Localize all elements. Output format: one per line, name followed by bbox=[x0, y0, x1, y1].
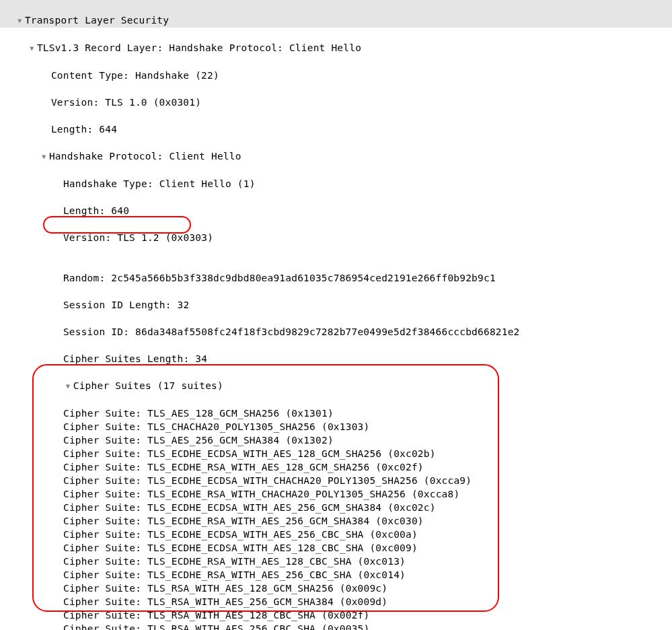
field-label: Session ID Length: 32 bbox=[63, 300, 190, 310]
tree-row-cipher-suite[interactable]: Cipher Suite: TLS_RSA_WITH_AES_256_GCM_S… bbox=[0, 595, 672, 608]
cipher-suites-group: Cipher Suites (17 suites) Cipher Suite: … bbox=[0, 365, 672, 630]
field-label: Cipher Suite: TLS_RSA_WITH_AES_256_GCM_S… bbox=[63, 596, 387, 607]
tree-row-cipher-suite[interactable]: Cipher Suite: TLS_ECDHE_ECDSA_WITH_AES_2… bbox=[0, 528, 672, 541]
field-label: Session ID: 86da348af5508fc24f18f3cbd982… bbox=[63, 326, 520, 337]
field-label: Cipher Suite: TLS_ECDHE_RSA_WITH_AES_128… bbox=[63, 462, 424, 473]
tree-row-cipher-suite[interactable]: Cipher Suite: TLS_RSA_WITH_AES_256_CBC_S… bbox=[0, 622, 672, 630]
field-label: Content Type: Handshake (22) bbox=[51, 70, 219, 81]
field-label: Cipher Suite: TLS_ECDHE_RSA_WITH_AES_128… bbox=[63, 556, 406, 567]
tree-row-cipher-suites[interactable]: Cipher Suites (17 suites) bbox=[0, 365, 672, 407]
tree-row-tls[interactable]: Transport Layer Security bbox=[0, 0, 672, 28]
tree-row-cipher-suite[interactable]: Cipher Suite: TLS_ECDHE_ECDSA_WITH_AES_2… bbox=[0, 501, 672, 514]
field-label: Transport Layer Security bbox=[25, 15, 169, 26]
tree-row-cipher-suite[interactable]: Cipher Suite: TLS_ECDHE_RSA_WITH_AES_128… bbox=[0, 555, 672, 568]
tree-row-cipher-suite[interactable]: Cipher Suite: TLS_ECDHE_RSA_WITH_AES_256… bbox=[0, 568, 672, 582]
tree-row-record-layer[interactable]: TLSv1.3 Record Layer: Handshake Protocol… bbox=[0, 28, 672, 55]
field-label: Handshake Type: Client Hello (1) bbox=[63, 178, 256, 189]
tree-row-session-id[interactable]: Session ID: 86da348af5508fc24f18f3cbd982… bbox=[0, 312, 672, 339]
disclosure-triangle-icon[interactable] bbox=[63, 380, 73, 393]
tree-row-cipher-suite[interactable]: Cipher Suite: TLS_RSA_WITH_AES_128_GCM_S… bbox=[0, 582, 672, 595]
field-label: Cipher Suite: TLS_ECDHE_ECDSA_WITH_AES_2… bbox=[63, 502, 436, 513]
field-label: Cipher Suites Length: 34 bbox=[63, 353, 207, 364]
tree-row-cipher-suite[interactable]: Cipher Suite: TLS_RSA_WITH_AES_128_CBC_S… bbox=[0, 608, 672, 622]
field-label: Length: 644 bbox=[51, 124, 117, 135]
tree-row-cipher-suites-len[interactable]: Cipher Suites Length: 34 bbox=[0, 339, 672, 365]
tree-row-cipher-suite[interactable]: Cipher Suite: TLS_ECDHE_ECDSA_WITH_AES_1… bbox=[0, 447, 672, 460]
tree-row-handshake-version[interactable]: Version: TLS 1.2 (0x0303) bbox=[0, 217, 672, 258]
tree-row-session-id-len[interactable]: Session ID Length: 32 bbox=[0, 285, 672, 312]
tree-row-content-type[interactable]: Content Type: Handshake (22) bbox=[0, 55, 672, 82]
tree-row-handshake-type[interactable]: Handshake Type: Client Hello (1) bbox=[0, 164, 672, 190]
disclosure-triangle-icon[interactable] bbox=[39, 150, 49, 164]
tree-row-cipher-suite[interactable]: Cipher Suite: TLS_ECDHE_RSA_WITH_CHACHA2… bbox=[0, 487, 672, 501]
field-label: Cipher Suite: TLS_ECDHE_ECDSA_WITH_AES_2… bbox=[63, 529, 418, 540]
tree-row-cipher-suite[interactable]: Cipher Suite: TLS_ECDHE_ECDSA_WITH_AES_1… bbox=[0, 541, 672, 555]
packet-details-tree: Transport Layer Security TLSv1.3 Record … bbox=[0, 0, 672, 630]
field-label: Cipher Suite: TLS_RSA_WITH_AES_256_CBC_S… bbox=[63, 623, 369, 630]
field-label: Length: 640 bbox=[63, 205, 129, 216]
field-label: Random: 2c545a566b5b3f338dc9dbd80ea91ad6… bbox=[63, 273, 496, 283]
field-label: Cipher Suite: TLS_AES_128_GCM_SHA256 (0x… bbox=[63, 408, 334, 419]
tree-row-cipher-suite[interactable]: Cipher Suite: TLS_AES_256_GCM_SHA384 (0x… bbox=[0, 433, 672, 447]
field-label: Handshake Protocol: Client Hello bbox=[49, 151, 241, 162]
field-label: Version: TLS 1.0 (0x0301) bbox=[51, 97, 201, 108]
disclosure-triangle-icon[interactable] bbox=[15, 14, 25, 28]
field-label: Cipher Suite: TLS_ECDHE_RSA_WITH_AES_256… bbox=[63, 569, 406, 580]
field-label: Cipher Suite: TLS_ECDHE_ECDSA_WITH_CHACH… bbox=[63, 475, 472, 486]
tree-row-cipher-suite[interactable]: Cipher Suite: TLS_ECDHE_RSA_WITH_AES_256… bbox=[0, 514, 672, 528]
highlight-annotation bbox=[43, 216, 191, 234]
field-label: Cipher Suite: TLS_RSA_WITH_AES_128_GCM_S… bbox=[63, 583, 387, 594]
tree-row-random[interactable]: Random: 2c545a566b5b3f338dc9dbd80ea91ad6… bbox=[0, 258, 672, 285]
field-label: Version: TLS 1.2 (0x0303) bbox=[63, 232, 213, 243]
disclosure-triangle-icon[interactable] bbox=[27, 42, 37, 55]
field-label: Cipher Suite: TLS_CHACHA20_POLY1305_SHA2… bbox=[63, 421, 369, 432]
tree-row-cipher-suite[interactable]: Cipher Suite: TLS_AES_128_GCM_SHA256 (0x… bbox=[0, 407, 672, 420]
field-label: TLSv1.3 Record Layer: Handshake Protocol… bbox=[37, 42, 361, 53]
tree-row-version[interactable]: Version: TLS 1.0 (0x0301) bbox=[0, 82, 672, 109]
field-label: Cipher Suites (17 suites) bbox=[73, 380, 223, 391]
tree-row-length[interactable]: Length: 644 bbox=[0, 109, 672, 136]
field-label: Cipher Suite: TLS_AES_256_GCM_SHA384 (0x… bbox=[63, 435, 334, 446]
field-label: Cipher Suite: TLS_ECDHE_RSA_WITH_AES_256… bbox=[63, 516, 424, 526]
tree-row-handshake[interactable]: Handshake Protocol: Client Hello bbox=[0, 136, 672, 164]
field-label: Cipher Suite: TLS_ECDHE_ECDSA_WITH_AES_1… bbox=[63, 542, 418, 553]
tree-row-handshake-length[interactable]: Length: 640 bbox=[0, 190, 672, 217]
tree-row-cipher-suite[interactable]: Cipher Suite: TLS_ECDHE_RSA_WITH_AES_128… bbox=[0, 460, 672, 474]
field-label: Cipher Suite: TLS_ECDHE_ECDSA_WITH_AES_1… bbox=[63, 448, 436, 459]
tree-row-cipher-suite[interactable]: Cipher Suite: TLS_CHACHA20_POLY1305_SHA2… bbox=[0, 420, 672, 433]
field-label: Cipher Suite: TLS_RSA_WITH_AES_128_CBC_S… bbox=[63, 610, 369, 621]
field-label: Cipher Suite: TLS_ECDHE_RSA_WITH_CHACHA2… bbox=[63, 489, 459, 499]
tree-row-cipher-suite[interactable]: Cipher Suite: TLS_ECDHE_ECDSA_WITH_CHACH… bbox=[0, 474, 672, 487]
